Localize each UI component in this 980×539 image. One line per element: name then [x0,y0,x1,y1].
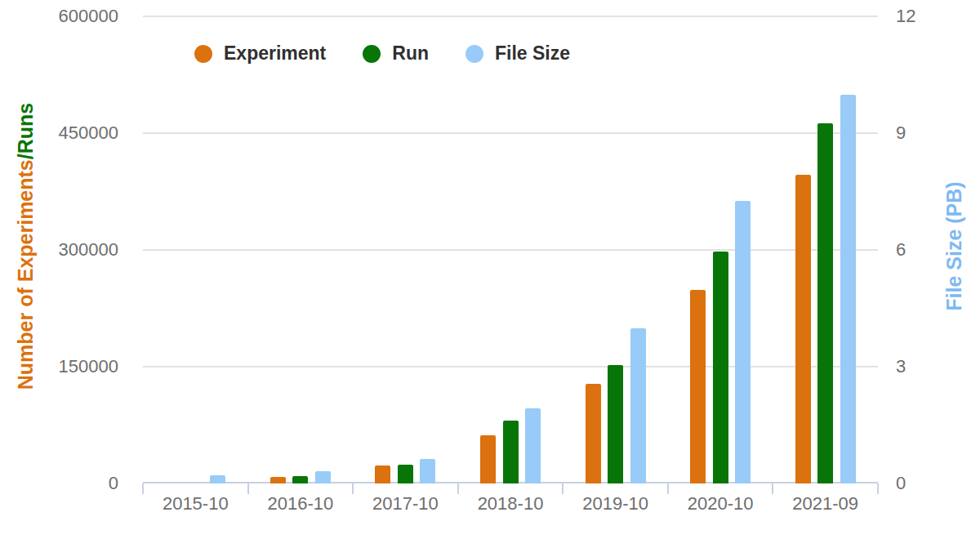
left-axis-title: Number of Experiments/Runs [14,2,38,492]
bar-run-2017-10[interactable] [398,465,413,483]
gridline [143,132,878,134]
bar-file-size-2015-10[interactable] [210,475,225,483]
left-axis-title-suffix: /Runs [14,103,37,159]
left-axis-tick-label: 600000 [43,7,118,26]
x-axis-label-2018-10: 2018-10 [457,493,564,514]
right-axis-tick-label: 9 [896,123,971,143]
legend-item-experiment[interactable]: Experiment [194,42,326,65]
left-axis-title-main: Number of Experiments [14,159,37,390]
left-axis-tick-label: 450000 [43,123,118,143]
legend-item-run[interactable]: Run [363,42,429,65]
bar-file-size-2020-10[interactable] [735,201,751,483]
bar-experiment-2018-10[interactable] [480,435,496,483]
bar-file-size-2017-10[interactable] [420,459,435,483]
legend-label: Experiment [224,42,326,65]
legend-marker-run [363,45,381,63]
right-axis-tick-label: 12 [896,7,971,26]
bar-chart: Number of Experiments/Runs File Size (PB… [0,0,980,539]
x-axis-label-2021-09: 2021-09 [773,493,879,514]
legend-label: Run [392,42,429,65]
bar-experiment-2020-10[interactable] [690,290,706,483]
bar-file-size-2019-10[interactable] [630,328,646,483]
bar-run-2016-10[interactable] [292,476,308,483]
bar-experiment-2017-10[interactable] [375,466,390,483]
x-axis-label-2020-10: 2020-10 [667,493,773,514]
bar-run-2021-09[interactable] [817,123,833,483]
gridline [143,366,878,368]
x-axis-label-2015-10: 2015-10 [142,493,248,514]
bar-file-size-2018-10[interactable] [525,408,541,483]
x-axis-label-2017-10: 2017-10 [352,493,458,514]
bar-file-size-2016-10[interactable] [315,471,331,483]
right-axis-tick-label: 6 [896,240,971,260]
gridline [143,16,878,17]
left-axis-tick-label: 150000 [43,357,118,376]
x-axis-label-2016-10: 2016-10 [247,493,354,514]
bar-run-2020-10[interactable] [713,252,728,483]
left-axis-tick-label: 300000 [43,240,118,260]
gridline [143,249,878,251]
right-axis-tick-label: 3 [896,357,971,376]
bar-experiment-2016-10[interactable] [270,477,286,483]
right-axis-tick-label: 0 [896,474,971,493]
bar-run-2019-10[interactable] [608,365,623,483]
legend-item-file-size[interactable]: File Size [466,42,570,65]
bar-experiment-2019-10[interactable] [586,384,601,483]
legend-label: File Size [495,42,570,65]
legend-marker-file-size [466,45,483,63]
left-axis-tick-label: 0 [43,474,118,493]
x-axis-label-2019-10: 2019-10 [563,493,669,514]
bar-experiment-2021-09[interactable] [795,175,811,483]
bar-run-2018-10[interactable] [503,421,519,483]
bar-file-size-2021-09[interactable] [840,95,856,483]
legend-marker-experiment [194,45,212,63]
legend: ExperimentRunFile Size [194,42,570,65]
